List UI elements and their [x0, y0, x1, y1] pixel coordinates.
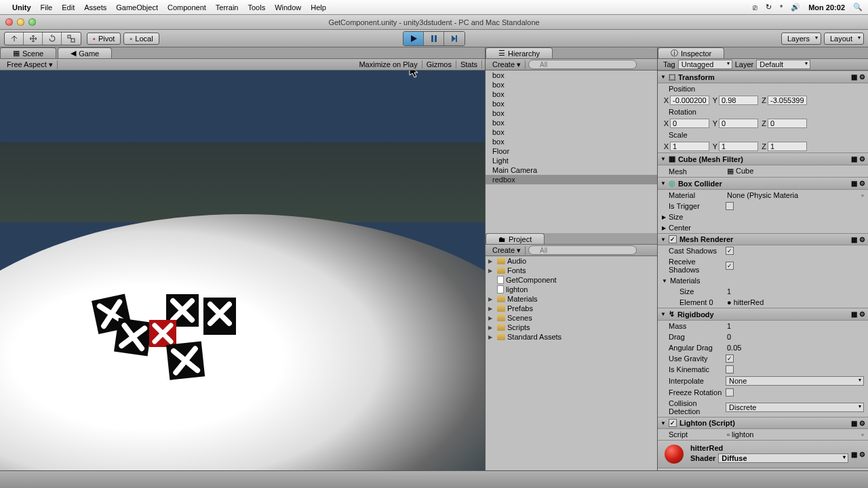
- tab-scene[interactable]: ▦ Scene: [0, 47, 56, 58]
- hierarchy-item[interactable]: redbox: [486, 175, 657, 184]
- rot-z[interactable]: [768, 119, 807, 128]
- gravity-checkbox[interactable]: [726, 354, 734, 363]
- project-item[interactable]: ▶Standard Assets: [486, 332, 657, 342]
- screen-icon[interactable]: ⎚: [753, 3, 757, 12]
- game-view[interactable]: [0, 70, 485, 470]
- bluetooth-icon[interactable]: *: [780, 3, 783, 12]
- app-name[interactable]: Unity: [12, 3, 31, 12]
- step-button[interactable]: [444, 32, 465, 45]
- project-list[interactable]: ▶Audio▶FontsGetComponentlighton▶Material…: [486, 256, 657, 470]
- tab-hierarchy[interactable]: ☰ Hierarchy: [486, 47, 553, 58]
- pos-x[interactable]: [670, 96, 709, 105]
- hierarchy-item[interactable]: box: [486, 127, 657, 137]
- hierarchy-item[interactable]: box: [486, 70, 657, 80]
- project-item[interactable]: ▶Prefabs: [486, 304, 657, 313]
- rot-x[interactable]: [670, 119, 709, 128]
- script-ref[interactable]: ▫ lighton: [726, 430, 859, 439]
- project-create[interactable]: Create ▾: [488, 246, 526, 255]
- hierarchy-list[interactable]: boxboxboxboxboxboxboxboxFloorLightMain C…: [486, 70, 657, 233]
- component-script[interactable]: ▼Lighton (Script)▦ ⚙: [658, 417, 868, 429]
- project-item[interactable]: ▶Audio: [486, 256, 657, 266]
- hierarchy-item[interactable]: Light: [486, 156, 657, 165]
- recvshadows-checkbox[interactable]: [726, 262, 734, 270]
- hierarchy-create[interactable]: Create ▾: [488, 60, 526, 69]
- hierarchy-item[interactable]: Floor: [486, 146, 657, 156]
- hierarchy-item[interactable]: box: [486, 80, 657, 89]
- volume-icon[interactable]: 🔊: [791, 3, 800, 12]
- scale-tool[interactable]: [62, 33, 81, 45]
- hierarchy-item[interactable]: Main Camera: [486, 165, 657, 175]
- hierarchy-item[interactable]: box: [486, 137, 657, 146]
- menu-tools[interactable]: Tools: [248, 3, 265, 12]
- menu-assets[interactable]: Assets: [84, 3, 106, 12]
- renderer-enable[interactable]: [669, 235, 677, 243]
- component-meshfilter[interactable]: ▼▦Cube (Mesh Filter)▦ ⚙: [658, 152, 868, 165]
- freeze-checkbox[interactable]: [726, 388, 734, 396]
- project-item[interactable]: ▶Scripts: [486, 323, 657, 332]
- pos-z[interactable]: [768, 96, 807, 105]
- hierarchy-item[interactable]: box: [486, 108, 657, 118]
- layout-dropdown[interactable]: Layout: [824, 33, 864, 45]
- menu-edit[interactable]: Edit: [62, 3, 75, 12]
- tag-dropdown[interactable]: Untagged: [678, 60, 732, 69]
- hierarchy-search[interactable]: [528, 60, 637, 69]
- shader-dropdown[interactable]: Diffuse: [718, 453, 848, 463]
- mesh-value[interactable]: ▦ Cube: [726, 167, 864, 176]
- rot-y[interactable]: [719, 119, 758, 128]
- clock[interactable]: Mon 20:02: [808, 3, 845, 12]
- spotlight-icon[interactable]: 🔍: [853, 3, 863, 12]
- castshadows-checkbox[interactable]: [726, 247, 734, 255]
- gear-icon[interactable]: ▦ ⚙: [851, 73, 865, 81]
- menu-gameobject[interactable]: GameObject: [116, 3, 158, 12]
- tab-inspector[interactable]: ⓘ Inspector: [658, 47, 724, 58]
- layers-dropdown[interactable]: Layers: [781, 33, 821, 45]
- component-rigidbody[interactable]: ▼↯Rigidbody▦ ⚙: [658, 308, 868, 321]
- gear-icon[interactable]: ▦ ⚙: [851, 420, 865, 427]
- material-header[interactable]: hitterRed ShaderDiffuse ▦ ⚙: [658, 440, 868, 468]
- minimize-button[interactable]: [17, 18, 24, 26]
- gear-icon[interactable]: ▦ ⚙: [851, 236, 865, 243]
- tab-game[interactable]: ◀ Game: [58, 47, 112, 58]
- menu-component[interactable]: Component: [167, 3, 206, 12]
- project-item[interactable]: ▶Materials: [486, 294, 657, 304]
- hierarchy-item[interactable]: box: [486, 89, 657, 99]
- rotate-tool[interactable]: [43, 33, 62, 45]
- timemachine-icon[interactable]: ↻: [766, 3, 772, 12]
- gear-icon[interactable]: ▦ ⚙: [851, 451, 865, 458]
- menu-window[interactable]: Window: [275, 3, 301, 12]
- menu-help[interactable]: Help: [311, 3, 326, 12]
- project-item[interactable]: ▶Scenes: [486, 313, 657, 323]
- maximize-toggle[interactable]: Maximize on Play: [355, 60, 422, 68]
- physmat-value[interactable]: None (Physic Materia: [726, 191, 859, 199]
- material-slot[interactable]: ● hitterRed: [726, 298, 864, 306]
- hierarchy-item[interactable]: box: [486, 118, 657, 127]
- project-item[interactable]: lighton: [486, 285, 657, 294]
- menu-terrain[interactable]: Terrain: [216, 3, 239, 12]
- move-tool[interactable]: [24, 33, 43, 45]
- istrigger-checkbox[interactable]: [726, 202, 734, 210]
- layer-dropdown[interactable]: Default: [756, 60, 810, 69]
- gear-icon[interactable]: ▦ ⚙: [851, 155, 865, 163]
- component-meshrenderer[interactable]: ▼Mesh Renderer▦ ⚙: [658, 233, 868, 245]
- component-transform[interactable]: ▼⬚Transform▦ ⚙: [658, 70, 868, 83]
- interpolate-dropdown[interactable]: None: [726, 376, 864, 386]
- stats-toggle[interactable]: Stats: [456, 60, 482, 68]
- script-enable[interactable]: [669, 419, 677, 427]
- project-item[interactable]: ▶Fonts: [486, 266, 657, 275]
- menu-file[interactable]: File: [41, 3, 53, 12]
- project-item[interactable]: GetComponent: [486, 275, 657, 285]
- pivot-toggle[interactable]: ▪Pivot: [87, 33, 121, 45]
- pos-y[interactable]: [719, 96, 758, 105]
- scale-y[interactable]: [719, 142, 758, 151]
- gear-icon[interactable]: ▦ ⚙: [851, 180, 865, 187]
- hierarchy-item[interactable]: box: [486, 99, 657, 108]
- tab-project[interactable]: 🖿 Project: [486, 233, 545, 244]
- pause-button[interactable]: [424, 32, 444, 45]
- play-button[interactable]: [403, 32, 424, 45]
- collisiondetect-dropdown[interactable]: Discrete: [726, 403, 864, 412]
- aspect-dropdown[interactable]: Free Aspect ▾: [3, 60, 58, 69]
- hand-tool[interactable]: [5, 33, 24, 45]
- zoom-button[interactable]: [28, 18, 36, 26]
- gizmos-toggle[interactable]: Gizmos: [422, 60, 456, 68]
- component-boxcollider[interactable]: ▼◎Box Collider▦ ⚙: [658, 177, 868, 190]
